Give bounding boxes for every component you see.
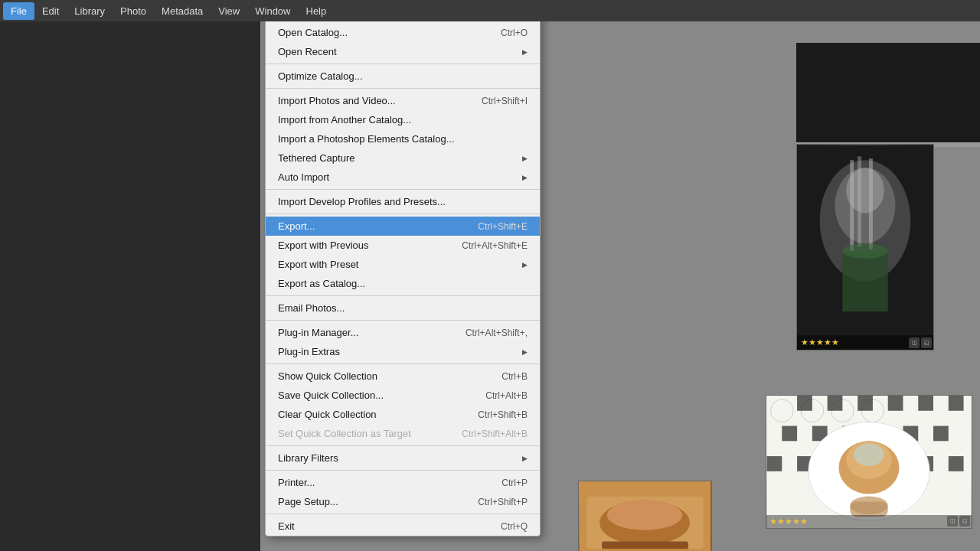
menu-open-recent[interactable]: Open Recent (266, 42, 540, 61)
svg-rect-20 (949, 396, 964, 411)
auto-import-arrow (522, 173, 528, 181)
thumb-1-stars: ★★★★★ (801, 337, 839, 347)
separator-1 (266, 64, 540, 64)
menu-import-catalog[interactable]: Import from Another Catalog... (266, 110, 540, 129)
thumb-2-icon-1: ◫ (947, 516, 958, 527)
menu-set-quick-target: Set Quick Collection as Target Ctrl+Shif… (266, 424, 540, 443)
menubar-file[interactable]: File (3, 2, 34, 20)
svg-rect-5 (858, 156, 861, 247)
export-preset-arrow (522, 260, 528, 269)
library-filters-arrow (522, 454, 528, 462)
separator-7 (266, 364, 540, 364)
thumb-1-icon-2: ◱ (921, 337, 932, 348)
thumb-2-icon-2: ◱ (959, 516, 970, 527)
svg-rect-7 (842, 251, 887, 311)
thumb-3-svg (579, 481, 711, 551)
menu-email-photos[interactable]: Email Photos... (266, 298, 540, 318)
menu-save-quick[interactable]: Save Quick Collection... Ctrl+Alt+B (266, 386, 540, 405)
thumb-1-svg (797, 145, 933, 350)
thumbnail-2-image (766, 396, 972, 528)
left-sidebar (0, 21, 260, 551)
thumbnail-1[interactable]: ★★★★★ ◫ ◱ (796, 144, 934, 350)
svg-rect-15 (797, 396, 812, 411)
thumbnail-3[interactable]: ★★★★★ ◫ ◱ (578, 481, 712, 551)
menu-clear-quick[interactable]: Clear Quick Collection Ctrl+Shift+B (266, 405, 540, 424)
svg-rect-27 (767, 456, 782, 471)
separator-10 (266, 514, 540, 514)
menu-export-catalog[interactable]: Export as Catalog... (266, 274, 540, 293)
svg-rect-17 (858, 396, 873, 411)
thumb-1-icons: ◫ ◱ (909, 337, 932, 348)
menu-plugin-manager[interactable]: Plug-in Manager... Ctrl+Alt+Shift+, (266, 323, 540, 342)
menubar-view[interactable]: View (211, 2, 247, 20)
thumbnail-3-image (579, 481, 711, 551)
separator-9 (266, 470, 540, 471)
svg-rect-19 (918, 396, 933, 411)
menu-import-photoshop[interactable]: Import a Photoshop Elements Catalog... (266, 129, 540, 148)
svg-rect-26 (933, 426, 949, 442)
svg-rect-33 (949, 456, 964, 471)
thumbnail-1-image (797, 145, 933, 350)
menubar-help[interactable]: Help (299, 2, 335, 20)
separator-5 (266, 295, 540, 296)
separator-3 (266, 189, 540, 190)
menu-library-filters[interactable]: Library Filters (266, 448, 540, 468)
thumb-2-svg (766, 396, 972, 528)
separator-6 (266, 320, 540, 321)
menu-import-develop[interactable]: Import Develop Profiles and Presets... (266, 192, 540, 211)
menu-plugin-extras[interactable]: Plug-in Extras (266, 342, 540, 361)
thumbnail-2[interactable]: ★★★★★ ◫ ◱ (766, 395, 972, 529)
separator-2 (266, 88, 540, 89)
top-preview-area (796, 43, 980, 142)
menu-show-quick[interactable]: Show Quick Collection Ctrl+B (266, 367, 540, 386)
menubar-photo[interactable]: Photo (113, 2, 154, 20)
menu-import-photos[interactable]: Import Photos and Video... Ctrl+Shift+I (266, 91, 540, 110)
menu-printer[interactable]: Printer... Ctrl+P (266, 473, 540, 492)
file-menu: New Catalog... Open Catalog... Ctrl+O Op… (265, 3, 541, 536)
menu-tethered-capture[interactable]: Tethered Capture (266, 148, 540, 168)
thumb-2-stars: ★★★★★ (769, 517, 808, 527)
open-recent-arrow (522, 47, 528, 56)
menu-optimize-catalog[interactable]: Optimize Catalog... (266, 67, 540, 86)
svg-point-37 (854, 443, 884, 466)
svg-rect-44 (602, 542, 688, 549)
separator-4 (266, 214, 540, 214)
svg-point-43 (607, 500, 682, 530)
thumb-2-stars-bar: ★★★★★ (766, 515, 972, 528)
menubar-window[interactable]: Window (247, 2, 298, 20)
menu-open-catalog[interactable]: Open Catalog... Ctrl+O (266, 23, 540, 42)
menubar-edit[interactable]: Edit (34, 2, 67, 20)
plugin-extras-arrow (522, 347, 528, 356)
svg-rect-4 (850, 160, 854, 251)
menu-page-setup[interactable]: Page Setup... Ctrl+Shift+P (266, 492, 540, 511)
menu-export-preset[interactable]: Export with Preset (266, 255, 540, 274)
svg-rect-21 (782, 426, 797, 442)
thumb-2-icons: ◫ ◱ (947, 516, 970, 527)
svg-rect-6 (869, 158, 873, 249)
menu-export[interactable]: Export... Ctrl+Shift+E (266, 217, 540, 236)
menubar: File Edit Library Photo Metadata View Wi… (0, 0, 980, 21)
menubar-metadata[interactable]: Metadata (154, 2, 211, 20)
thumb-1-icon-1: ◫ (909, 337, 920, 348)
menu-auto-import[interactable]: Auto Import (266, 168, 540, 187)
menu-export-previous[interactable]: Export with Previous Ctrl+Alt+Shift+E (266, 236, 540, 255)
svg-point-8 (842, 243, 887, 259)
tethered-capture-arrow (522, 154, 528, 162)
svg-rect-16 (828, 396, 843, 411)
svg-rect-18 (888, 396, 903, 411)
separator-8 (266, 445, 540, 446)
menubar-library[interactable]: Library (67, 2, 113, 20)
menu-exit[interactable]: Exit Ctrl+Q (266, 517, 540, 536)
